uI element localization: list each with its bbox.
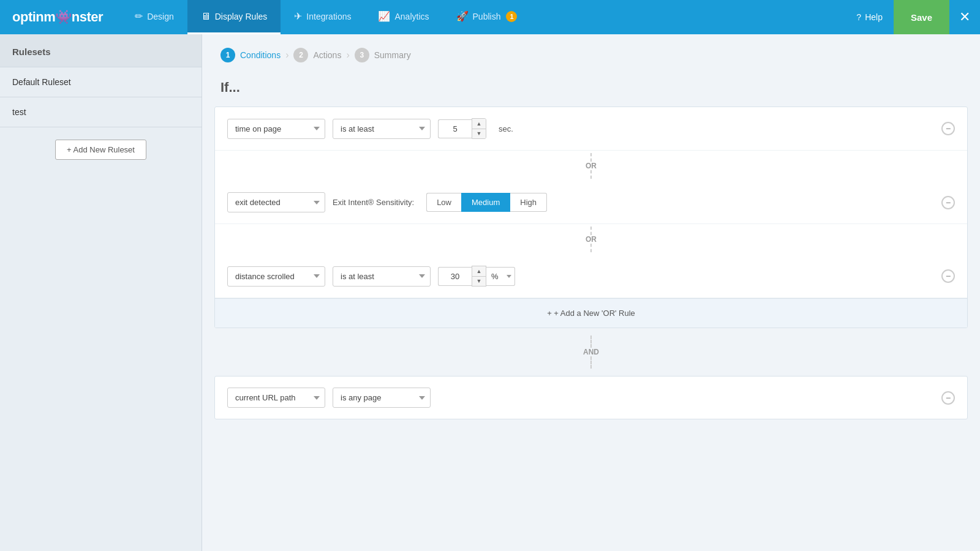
remove-rule-url[interactable]: − <box>941 391 955 405</box>
integrations-icon: ✈ <box>294 10 302 22</box>
or-line-top-2 <box>590 227 592 235</box>
breadcrumb-arrow-2: › <box>346 50 349 61</box>
number-input-time[interactable] <box>438 119 472 138</box>
close-button[interactable]: ✕ <box>949 0 980 34</box>
or-separator-2: OR <box>215 224 967 255</box>
if-label: If... <box>202 73 980 107</box>
help-label: Help <box>865 12 883 22</box>
remove-rule-time[interactable]: − <box>941 122 955 135</box>
or-line-bottom-1 <box>590 170 592 179</box>
add-or-label: + Add a New 'OR' Rule <box>554 309 635 318</box>
display-rules-icon: 🖥 <box>201 11 211 22</box>
or-label-1: OR <box>586 162 597 170</box>
main-nav: ✏ Design 🖥 Display Rules ✈ Integrations … <box>121 0 845 34</box>
nav-item-display-rules[interactable]: 🖥 Display Rules <box>187 0 281 34</box>
rule-row-distance: distance scrolled time on page exit dete… <box>215 255 967 298</box>
spinners-middle-distance: ▲ ▼ <box>472 266 486 287</box>
unit-select-distance[interactable]: % px <box>486 267 515 286</box>
sidebar-item-test[interactable]: test <box>0 97 202 127</box>
breadcrumb-arrow-1: › <box>285 50 288 61</box>
nav-item-integrations[interactable]: ✈ Integrations <box>281 0 364 34</box>
or-label-2: OR <box>586 235 597 244</box>
condition-select-url[interactable]: current URL path time on page exit detec… <box>227 388 325 408</box>
number-wrap-time: ▲ ▼ <box>438 118 486 139</box>
header: optinm👾nster ✏ Design 🖥 Display Rules ✈ … <box>0 0 980 34</box>
breadcrumb-step-actions[interactable]: 2 Actions <box>293 48 341 62</box>
nav-label-analytics: Analytics <box>394 12 429 21</box>
help-icon: ? <box>856 12 861 22</box>
rule-row-url: current URL path time on page exit detec… <box>215 377 967 419</box>
main-content: 1 Conditions › 2 Actions › 3 Summary If.… <box>202 34 980 551</box>
and-label: AND <box>583 348 599 356</box>
add-or-rule-button[interactable]: + + Add a New 'OR' Rule <box>215 298 967 328</box>
sensitivity-low[interactable]: Low <box>426 193 461 212</box>
sensitivity-medium[interactable]: Medium <box>461 193 510 212</box>
rule-row-exit: exit detected time on page distance scro… <box>215 181 967 224</box>
step-label-conditions: Conditions <box>240 50 281 60</box>
layout: Rulesets Default Ruleset test + Add New … <box>0 34 980 551</box>
step-num-2: 2 <box>293 48 308 62</box>
design-icon: ✏ <box>135 10 143 22</box>
nav-item-publish[interactable]: 🚀 Publish 1 <box>443 0 531 34</box>
spinner-up-distance[interactable]: ▲ <box>472 266 486 276</box>
or-line-top-1 <box>590 153 592 162</box>
condition-select-exit[interactable]: exit detected time on page distance scro… <box>227 192 325 212</box>
header-right: ? Help Save ✕ <box>845 0 980 34</box>
spinner-down-distance[interactable]: ▼ <box>472 276 486 286</box>
logo-text: optinm👾nster <box>12 9 103 25</box>
and-line-bottom <box>590 356 592 369</box>
and-separator: AND <box>202 331 980 373</box>
nav-label-publish: Publish <box>473 12 501 21</box>
breadcrumb-step-summary[interactable]: 3 Summary <box>355 48 411 62</box>
logo: optinm👾nster <box>12 9 103 25</box>
remove-rule-exit[interactable]: − <box>941 196 955 209</box>
remove-rule-distance[interactable]: − <box>941 269 955 283</box>
sidebar: Rulesets Default Ruleset test + Add New … <box>0 34 202 551</box>
number-wrap-distance: ▲ ▼ % px <box>438 266 515 287</box>
analytics-icon: 📈 <box>378 10 390 22</box>
sidebar-item-default-ruleset[interactable]: Default Ruleset <box>0 67 202 97</box>
breadcrumb-step-conditions[interactable]: 1 Conditions <box>221 48 281 62</box>
nav-item-analytics[interactable]: 📈 Analytics <box>364 0 442 34</box>
nav-item-design[interactable]: ✏ Design <box>121 0 187 34</box>
rule-row-time: time on page exit detected distance scro… <box>215 107 967 151</box>
add-ruleset-button[interactable]: + Add New Ruleset <box>55 140 146 160</box>
number-input-distance[interactable] <box>438 267 472 286</box>
sensitivity-label: Exit Intent® Sensitivity: <box>333 198 414 207</box>
nav-label-integrations: Integrations <box>306 12 351 21</box>
and-line-top <box>590 335 592 348</box>
spinner-up-time[interactable]: ▲ <box>472 119 486 129</box>
or-separator-1: OR <box>215 151 967 181</box>
sensitivity-high[interactable]: High <box>510 193 547 212</box>
nav-label-design: Design <box>147 12 174 21</box>
sensitivity-wrap: Low Medium High <box>426 193 547 212</box>
publish-badge: 1 <box>506 11 517 22</box>
help-button[interactable]: ? Help <box>845 0 894 34</box>
spinner-down-time[interactable]: ▼ <box>472 129 486 138</box>
add-or-icon: + <box>547 309 552 318</box>
step-num-1: 1 <box>221 48 235 62</box>
spinners-time: ▲ ▼ <box>472 118 486 139</box>
or-line-bottom-2 <box>590 244 592 252</box>
operator-select-url[interactable]: is any page contains exactly matches doe… <box>333 388 431 408</box>
condition-select-time[interactable]: time on page exit detected distance scro… <box>227 119 325 139</box>
sidebar-title: Rulesets <box>0 34 202 67</box>
rule-group-url: current URL path time on page exit detec… <box>214 376 968 419</box>
operator-select-distance[interactable]: is at least is less than is exactly <box>333 266 431 287</box>
nav-label-display-rules: Display Rules <box>215 12 268 21</box>
step-label-actions: Actions <box>313 50 341 60</box>
rule-group-1: time on page exit detected distance scro… <box>214 107 968 328</box>
save-button[interactable]: Save <box>894 0 949 34</box>
unit-label-time: sec. <box>499 124 513 133</box>
operator-select-time[interactable]: is at least is less than is exactly <box>333 119 431 139</box>
condition-select-distance[interactable]: distance scrolled time on page exit dete… <box>227 266 325 287</box>
step-num-3: 3 <box>355 48 369 62</box>
publish-icon: 🚀 <box>456 10 469 22</box>
step-label-summary: Summary <box>374 50 411 60</box>
breadcrumb: 1 Conditions › 2 Actions › 3 Summary <box>202 34 980 73</box>
